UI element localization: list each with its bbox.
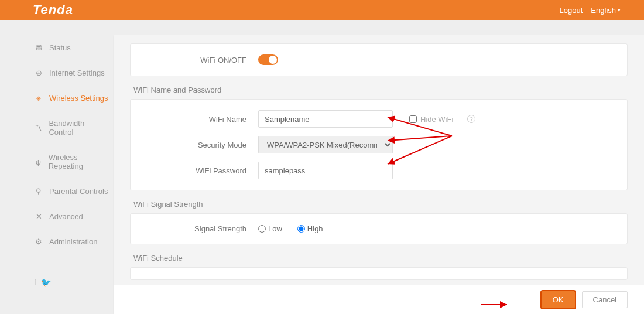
wifi-onoff-card: WiFi ON/OFF (130, 43, 628, 76)
globe-icon: ⊕ (34, 69, 43, 77)
sidebar-item-status[interactable]: ⛃Status (32, 35, 114, 60)
tools-icon: ✕ (34, 212, 43, 221)
footer-bar: OK Cancel (114, 285, 644, 314)
sidebar-item-wireless[interactable]: ⎈Wireless Settings (32, 86, 114, 111)
app-header: Tenda Logout English▾ (0, 0, 644, 20)
wifi-onoff-toggle[interactable] (258, 54, 278, 65)
language-label: English (591, 6, 616, 15)
wifi-name-label: WiFi Name (147, 115, 258, 124)
signal-strength-card: Signal Strength Low High (130, 213, 628, 244)
wifi-name-pw-card: WiFi Name Hide WiFi ? Security Mode WPA/… (130, 99, 628, 190)
hide-wifi-label: Hide WiFi (420, 115, 453, 124)
wifi-schedule-card (130, 267, 628, 280)
sidebar-item-label: Status (49, 43, 71, 52)
sidebar-item-bandwidth[interactable]: 〽Bandwidth Control (32, 111, 114, 145)
signal-strength-label: Signal Strength (147, 224, 258, 233)
sidebar-item-label: Bandwidth Control (49, 119, 109, 136)
signal-high-radio[interactable] (297, 225, 305, 233)
radio-label: High (307, 224, 323, 233)
wifi-name-input[interactable] (258, 110, 393, 128)
sidebar-item-label: Internet Settings (49, 69, 105, 77)
sidebar-item-administration[interactable]: ⚙Administration (32, 229, 114, 254)
hide-wifi-wrap[interactable]: Hide WiFi (409, 115, 453, 124)
language-dropdown[interactable]: English▾ (591, 6, 621, 15)
ok-button[interactable]: OK (542, 291, 575, 308)
security-mode-label: Security Mode (147, 141, 258, 149)
chart-icon: 〽 (34, 124, 43, 132)
chevron-down-icon: ▾ (618, 7, 621, 13)
status-icon: ⛃ (34, 43, 43, 52)
wifi-icon: ⎈ (34, 94, 43, 103)
main-panel: WiFi ON/OFF WiFi Name and Password WiFi … (114, 35, 644, 314)
help-icon[interactable]: ? (467, 115, 475, 123)
cancel-button[interactable]: Cancel (582, 291, 628, 308)
person-icon: ⚲ (34, 187, 43, 196)
radio-label: Low (268, 224, 282, 233)
signal-low-radio[interactable] (258, 225, 266, 233)
wifi-password-label: WiFi Password (147, 166, 258, 175)
sidebar-item-repeating[interactable]: ψWireless Repeating (32, 145, 114, 179)
gear-icon: ⚙ (34, 237, 43, 246)
hide-wifi-checkbox[interactable] (409, 115, 417, 123)
sidebar-item-parental[interactable]: ⚲Parental Controls (32, 179, 114, 204)
signal-high-option[interactable]: High (297, 224, 323, 233)
security-mode-select[interactable]: WPA/WPA2-PSK Mixed(Recommended) (258, 136, 393, 153)
brand-logo: Tenda (33, 2, 73, 18)
section-signal-strength: WiFi Signal Strength (130, 190, 628, 213)
sidebar-item-internet[interactable]: ⊕Internet Settings (32, 60, 114, 86)
sidebar: ⛃Status ⊕Internet Settings ⎈Wireless Set… (32, 35, 114, 314)
sidebar-item-advanced[interactable]: ✕Advanced (32, 204, 114, 229)
sidebar-item-label: Parental Controls (49, 187, 108, 196)
wifi-onoff-label: WiFi ON/OFF (147, 56, 258, 64)
section-name-password: WiFi Name and Password (130, 76, 628, 99)
sidebar-item-label: Administration (49, 237, 97, 246)
sidebar-item-label: Wireless Settings (49, 94, 108, 103)
sidebar-item-label: Advanced (49, 212, 83, 221)
section-wifi-schedule: WiFi Schedule (130, 244, 628, 267)
wifi-password-input[interactable] (258, 162, 393, 179)
antenna-icon: ψ (34, 158, 43, 166)
signal-low-option[interactable]: Low (258, 224, 282, 233)
twitter-icon[interactable]: 🐦 (41, 278, 51, 287)
sidebar-item-label: Wireless Repeating (49, 153, 109, 170)
logout-link[interactable]: Logout (560, 6, 583, 15)
facebook-icon[interactable]: f (34, 278, 36, 287)
social-links: f 🐦 (32, 278, 114, 287)
